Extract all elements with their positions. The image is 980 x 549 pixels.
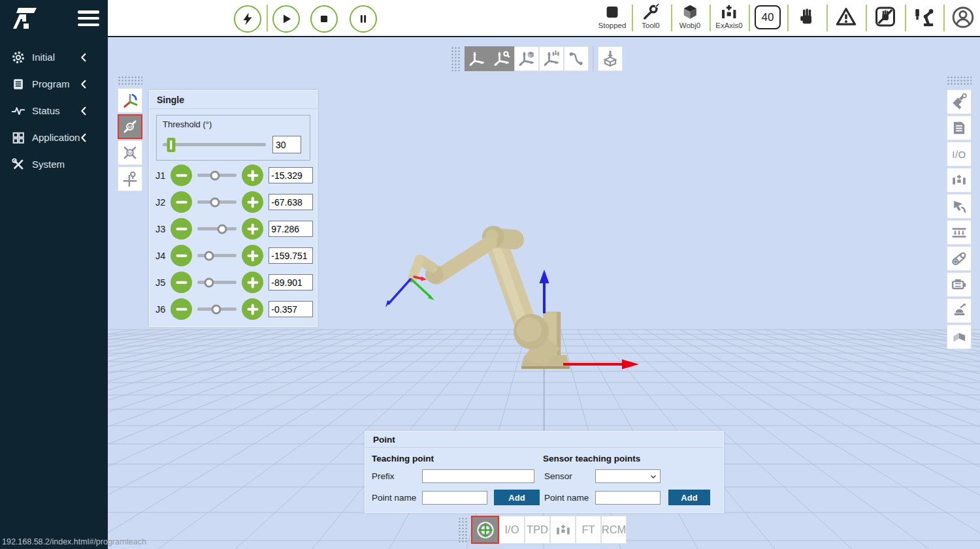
joint-row-j3: J3: [150, 215, 317, 242]
jog-minus-button[interactable]: [171, 191, 192, 213]
motor-button[interactable]: [947, 272, 972, 297]
joint-slider-thumb[interactable]: [210, 170, 220, 180]
speed-value[interactable]: 40: [755, 5, 781, 29]
signal-lamp-button[interactable]: [947, 298, 972, 323]
tool-frame-button[interactable]: [489, 46, 514, 71]
conveyor-icon: [951, 224, 968, 241]
jog-minus-button[interactable]: [171, 218, 192, 240]
prefix-input[interactable]: [422, 469, 534, 483]
jog-plus-button[interactable]: [242, 298, 263, 320]
jog-minus-button[interactable]: [171, 165, 192, 186]
joint-slider-thumb[interactable]: [217, 224, 227, 234]
joint-slider[interactable]: [197, 307, 237, 311]
joint-slider-thumb[interactable]: [211, 304, 221, 314]
jog-plus-button[interactable]: [242, 218, 263, 240]
jog-plus-button[interactable]: [242, 191, 263, 213]
rcm-button[interactable]: RCM: [601, 516, 627, 544]
status-pulse-icon: [11, 104, 25, 118]
trajectory-button[interactable]: [564, 46, 589, 71]
threshold-input[interactable]: [272, 136, 301, 153]
user-account-button[interactable]: [951, 5, 975, 29]
joint-slider[interactable]: [197, 174, 237, 177]
sensor-select[interactable]: [595, 469, 661, 483]
wobj-selector[interactable]: Wobj0: [679, 3, 700, 29]
alarm-button[interactable]: [836, 7, 857, 27]
joint-slider[interactable]: [197, 200, 237, 204]
single-joint-jog-button[interactable]: [118, 114, 142, 139]
divider: [632, 5, 633, 31]
sidebar-item-label: Application: [32, 132, 80, 143]
multi-joint-jog-button[interactable]: [118, 140, 142, 165]
add-sensor-point-button[interactable]: Add: [668, 490, 710, 505]
jog-plus-button[interactable]: [242, 272, 263, 293]
workpiece-plate-button[interactable]: [947, 324, 972, 349]
drag-handle[interactable]: [451, 46, 461, 71]
sidebar-item-program[interactable]: Program: [0, 71, 108, 97]
divider: [943, 5, 945, 31]
io-panel-button[interactable]: I/O: [947, 142, 972, 166]
joint-slider[interactable]: [197, 227, 237, 230]
move-to-point-button[interactable]: [118, 166, 142, 191]
joint-value-input[interactable]: [269, 167, 313, 183]
document-button[interactable]: [947, 116, 972, 140]
menu-hamburger-icon[interactable]: [78, 10, 99, 26]
joint-slider-thumb[interactable]: [210, 197, 220, 207]
wobj-frame-button[interactable]: [514, 46, 539, 71]
stop-button[interactable]: [310, 5, 338, 33]
exaxis-selector[interactable]: ExAxis0: [715, 3, 743, 29]
joint-slider[interactable]: [197, 281, 237, 284]
drag-handle[interactable]: [458, 517, 468, 543]
tpd-button[interactable]: TPD: [525, 516, 550, 544]
jog-plus-button[interactable]: [242, 165, 263, 186]
add-teaching-point-button[interactable]: Add: [494, 490, 540, 505]
jog-minus-button[interactable]: [171, 272, 192, 293]
sidebar-item-initial[interactable]: Initial: [0, 44, 108, 71]
drag-handle[interactable]: [118, 76, 142, 86]
gripper-teach-button[interactable]: [550, 516, 576, 544]
base-frame-button[interactable]: [465, 46, 489, 71]
belt-drive-button[interactable]: [947, 246, 972, 271]
joint-value-input[interactable]: [269, 247, 313, 264]
view-axes-button[interactable]: [118, 88, 142, 113]
teach-target-button[interactable]: [471, 516, 499, 544]
sidebar-item-label: System: [32, 159, 65, 170]
threshold-slider[interactable]: [163, 143, 266, 146]
power-bolt-button[interactable]: [234, 5, 261, 33]
play-button[interactable]: [272, 5, 300, 33]
sidebar-item-label: Initial: [32, 52, 55, 63]
sidebar-item-application[interactable]: Application: [0, 124, 108, 151]
divider: [905, 5, 906, 31]
sidebar-item-system[interactable]: System: [0, 151, 108, 178]
no-touch-mode-button[interactable]: [875, 6, 896, 27]
ft-button[interactable]: FT: [576, 516, 601, 544]
conveyor-button[interactable]: [947, 220, 972, 245]
gripper-button[interactable]: [947, 168, 972, 193]
joint-slider[interactable]: [197, 254, 237, 257]
jog-minus-button[interactable]: [171, 245, 192, 266]
sensor-point-name-input[interactable]: [595, 491, 661, 505]
exaxis-frame-button[interactable]: [539, 46, 564, 71]
speed-setting[interactable]: 40: [755, 3, 781, 29]
point-name-input[interactable]: [422, 491, 487, 505]
joint-value-input[interactable]: [269, 221, 313, 237]
tool-selector[interactable]: Tool0: [642, 3, 660, 29]
manual-mode-button[interactable]: [797, 7, 817, 26]
joint-value-input[interactable]: [269, 301, 313, 317]
threshold-slider-thumb[interactable]: [167, 138, 175, 152]
drag-handle[interactable]: [947, 76, 972, 86]
sidebar-item-status[interactable]: Status: [0, 97, 108, 124]
joint-slider-thumb[interactable]: [204, 277, 214, 287]
pause-button[interactable]: [350, 5, 377, 33]
import-model-button[interactable]: [598, 46, 623, 71]
drill-tool-button[interactable]: [947, 89, 972, 114]
cube-icon: [681, 3, 698, 21]
grab-hand-button[interactable]: [947, 194, 972, 219]
jog-minus-button[interactable]: [171, 298, 192, 320]
joint-value-input[interactable]: [269, 194, 313, 210]
move-to-point-icon: [122, 170, 139, 187]
jog-plus-button[interactable]: [242, 245, 263, 266]
robot-tool-button[interactable]: [913, 6, 935, 28]
joint-value-input[interactable]: [269, 274, 313, 290]
io-teach-button[interactable]: I/O: [499, 516, 525, 544]
joint-slider-thumb[interactable]: [204, 251, 214, 260]
